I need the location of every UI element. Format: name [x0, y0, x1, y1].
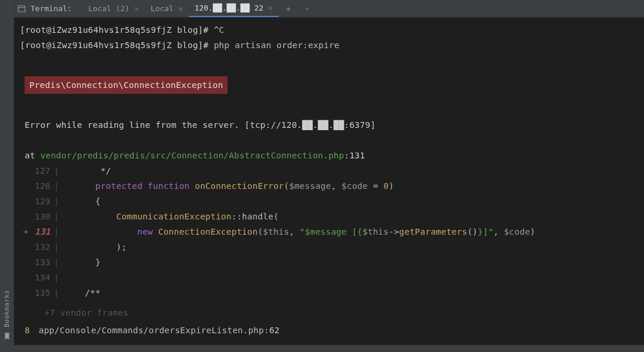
error-message: Error while reading line from the server… — [25, 117, 638, 133]
prompt-line: [root@iZwz91u64hvs1r58q5s9fjZ blog]# ^C — [20, 22, 638, 38]
code: new ConnectionException($this, "$message… — [64, 224, 535, 239]
code: CommunicationException::handle( — [64, 209, 279, 224]
exception-row: Predis\Connection\ConnectionException — [20, 68, 638, 102]
line-gutter: 135 — [29, 285, 54, 300]
blank-line — [20, 53, 638, 68]
error-tcp: [tcp://120.██.██.██:6379] — [245, 120, 375, 130]
gutter-pipe: | — [54, 194, 64, 209]
svg-rect-0 — [18, 5, 25, 12]
line-gutter: 130 — [29, 209, 54, 224]
blank-line — [20, 102, 638, 117]
line-gutter: 129 — [29, 194, 54, 209]
code: protected function onConnectionError($me… — [64, 178, 394, 194]
line-gutter: 128 — [29, 178, 54, 194]
exception-badge: Predis\Connection\ConnectionException — [25, 76, 228, 94]
code-row: 127| */ — [20, 163, 638, 178]
line-gutter: 132 — [29, 239, 54, 255]
arrow-col — [20, 194, 29, 209]
tab-local[interactable]: Local × — [145, 0, 189, 17]
arrow-col — [20, 239, 29, 255]
gutter-pipe: | — [54, 224, 64, 239]
gutter-pipe: | — [54, 270, 64, 285]
sidebar-vertical-label[interactable]: Bookmarks — [3, 290, 11, 327]
code-row: 134| — [20, 270, 638, 285]
terminal-panel-icon[interactable] — [18, 5, 26, 13]
sidebar-bookmarks: Bookmarks — [0, 0, 14, 352]
gutter-pipe: | — [54, 239, 64, 255]
gutter-pipe: | — [54, 163, 64, 178]
stack-frame: 8 app/Console/Commands/ordersExpireListe… — [20, 323, 638, 338]
tool-window-bottom-bar — [14, 345, 644, 352]
code: */ — [64, 163, 111, 178]
code-row: 130| CommunicationException::handle( — [20, 209, 638, 224]
arrow-col — [20, 285, 29, 300]
tab-label: Local — [151, 4, 174, 13]
close-icon[interactable]: × — [178, 4, 183, 13]
arrow-col — [20, 209, 29, 224]
at-label: at — [25, 151, 40, 160]
terminal-title: Terminal: — [30, 4, 72, 13]
prompt-command: php artisan order:expire — [213, 40, 339, 50]
code-row: 128| protected function onConnectionErro… — [20, 178, 638, 194]
code: /** — [64, 285, 101, 300]
gutter-pipe: | — [54, 178, 64, 194]
code: { — [64, 194, 101, 209]
frame-index: 8 — [20, 323, 39, 338]
vendor-frames-summary: +7 vendor frames — [45, 305, 638, 320]
blank-line — [20, 133, 638, 148]
gutter-pipe: | — [54, 285, 64, 300]
arrow-col — [20, 163, 29, 178]
prompt-command: ^C — [213, 25, 224, 35]
close-icon[interactable]: × — [268, 4, 273, 12]
arrow-col — [20, 255, 29, 270]
frame-sep: : — [264, 323, 269, 338]
prompt-host: [root@iZwz91u64hvs1r58q5s9fjZ blog]# — [20, 25, 213, 35]
tab-label: 120.██.██.██ 22 — [195, 4, 263, 12]
add-tab-button[interactable]: ＋ — [279, 0, 298, 17]
line-gutter: 134 — [29, 270, 54, 285]
line-gutter: 131 — [29, 224, 54, 239]
arrow-col — [20, 270, 29, 285]
terminal-body[interactable]: [root@iZwz91u64hvs1r58q5s9fjZ blog]# ^C … — [14, 18, 644, 345]
path-sep: : — [344, 151, 350, 160]
bookmark-icon — [3, 332, 11, 340]
tab-ssh-session[interactable]: 120.██.██.██ 22 × — [189, 0, 279, 17]
code-row: 135| /** — [20, 285, 638, 300]
code-row-current: ➜131| new ConnectionException($this, "$m… — [20, 224, 638, 239]
gutter-pipe: | — [54, 209, 64, 224]
frame-line: 62 — [269, 323, 280, 338]
arrow-icon: ➜ — [20, 224, 29, 239]
code: ); — [64, 239, 127, 255]
line-number: 131 — [350, 151, 365, 160]
main-area: Terminal: Local (2) × Local × 120.██.██.… — [14, 0, 644, 352]
code-row: 132| ); — [20, 239, 638, 255]
tab-local-2[interactable]: Local (2) × — [82, 0, 144, 17]
code-row: 129| { — [20, 194, 638, 209]
arrow-col — [20, 178, 29, 194]
line-gutter: 127 — [29, 163, 54, 178]
close-icon[interactable]: × — [134, 4, 139, 13]
frame-path: app/Console/Commands/ordersExpireListen.… — [39, 323, 264, 338]
error-location: at vendor/predis/predis/src/Connection/A… — [25, 148, 638, 163]
error-text: Error while reading line from the server… — [25, 120, 245, 130]
line-gutter: 133 — [29, 255, 54, 270]
tabs-dropdown-button[interactable] — [298, 0, 317, 17]
gutter-pipe: | — [54, 255, 64, 270]
prompt-host: [root@iZwz91u64hvs1r58q5s9fjZ blog]# — [20, 40, 213, 50]
file-path: vendor/predis/predis/src/Connection/Abst… — [40, 151, 344, 160]
tab-label: Local (2) — [88, 4, 129, 13]
terminal-header: Terminal: Local (2) × Local × 120.██.██.… — [14, 0, 644, 18]
prompt-line: [root@iZwz91u64hvs1r58q5s9fjZ blog]# php… — [20, 38, 638, 53]
tabs-container: Local (2) × Local × 120.██.██.██ 22 × ＋ — [82, 0, 316, 17]
code-row: 133| } — [20, 255, 638, 270]
code: } — [64, 255, 101, 270]
chevron-down-icon — [304, 5, 311, 12]
